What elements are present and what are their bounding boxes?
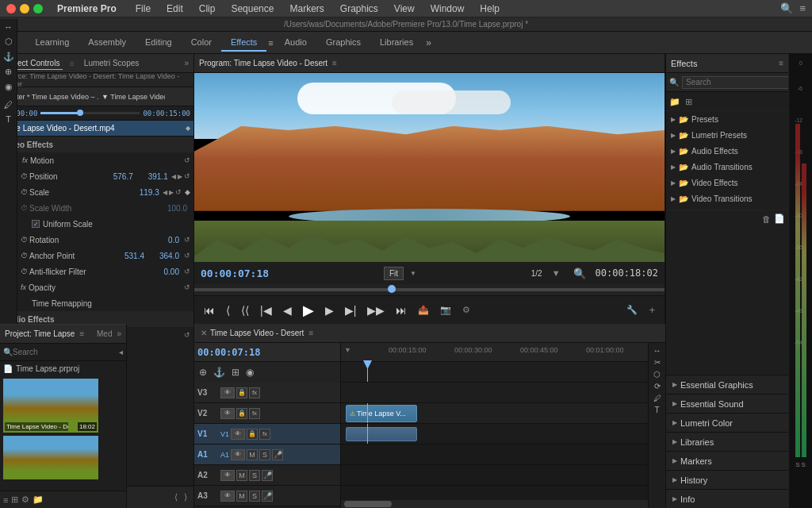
tab-graphics[interactable]: Graphics: [316, 34, 370, 52]
timeline-close-icon[interactable]: ✕: [201, 329, 207, 337]
tl-tool-markers[interactable]: ◉: [5, 82, 13, 92]
tl-tool-snap[interactable]: ⊕: [5, 67, 12, 77]
position-x[interactable]: 576.7: [102, 172, 133, 181]
project-file-item[interactable]: 📄 Time Lapse.prproj: [0, 361, 126, 375]
project-search-options[interactable]: ◂: [119, 348, 123, 356]
tree-lumetri-presets[interactable]: ▶ 📂 Lumetri Presets: [666, 127, 788, 143]
menu-help[interactable]: Help: [477, 2, 503, 16]
scale-stopwatch[interactable]: ⏱: [21, 188, 28, 196]
fit-dropdown-arrow[interactable]: ▼: [410, 270, 416, 277]
panel-menu-arrow[interactable]: »: [184, 59, 189, 67]
tl-tool-selection[interactable]: ↔: [4, 22, 13, 32]
a3-eye[interactable]: 👁: [220, 491, 235, 502]
tool-magnet[interactable]: ⊕: [197, 365, 209, 379]
project-search-input[interactable]: [13, 348, 119, 356]
markers-section[interactable]: ▶ Markers: [666, 451, 788, 470]
menu-graphics[interactable]: Graphics: [337, 2, 381, 16]
tool-text[interactable]: T: [654, 406, 659, 414]
hamburger-icon[interactable]: ≡: [799, 2, 806, 14]
ec-render-left[interactable]: ⟨: [174, 492, 178, 502]
menu-window[interactable]: Window: [427, 2, 468, 16]
monitor-menu-icon[interactable]: ≡: [332, 59, 337, 67]
history-section[interactable]: ▶ History: [666, 470, 788, 489]
v1-fx[interactable]: fx: [259, 429, 270, 440]
antiflicker-reset[interactable]: ↺: [184, 267, 190, 275]
project-menu-icon[interactable]: ≡: [79, 329, 84, 338]
anchor-stopwatch[interactable]: ⏱: [21, 252, 28, 260]
antiflicker-value[interactable]: 0.00: [147, 267, 179, 276]
timeline-menu-icon[interactable]: ≡: [308, 329, 313, 337]
transport-camera[interactable]: 📷: [437, 303, 454, 317]
a1-mute[interactable]: M: [247, 449, 258, 460]
rotation-stopwatch[interactable]: ⏱: [21, 236, 28, 244]
tool-sequence[interactable]: ⊞: [230, 365, 241, 379]
transport-to-end[interactable]: ⏭: [393, 302, 410, 318]
opacity-reset[interactable]: ↺: [184, 283, 190, 291]
tree-video-effects[interactable]: ▶ 📂 Video Effects: [666, 175, 788, 190]
menu-clip[interactable]: Clip: [196, 2, 219, 16]
resolution-fraction[interactable]: 1/2: [531, 269, 542, 278]
ec-render-right[interactable]: ⟩: [184, 492, 187, 502]
motion-group[interactable]: ▼ fx Motion ↺: [0, 152, 193, 168]
zoom-icon[interactable]: 🔍: [573, 267, 586, 279]
motion-reset[interactable]: ↺: [184, 156, 190, 164]
menu-markers[interactable]: Markers: [286, 2, 327, 16]
tree-video-transitions[interactable]: ▶ 📂 Video Transitions: [666, 190, 788, 206]
footer-new-bin[interactable]: 📁: [33, 495, 44, 505]
footer-grid-icon[interactable]: ⊞: [11, 495, 18, 505]
close-button[interactable]: [6, 4, 16, 13]
essential-graphics-section[interactable]: ▶ Essential Graphics: [666, 375, 788, 394]
tab-effects[interactable]: Effects: [221, 34, 266, 52]
opacity-group[interactable]: ▶ fx Opacity ↺: [0, 279, 193, 295]
footer-settings-icon[interactable]: ⚙: [21, 495, 29, 505]
tool-link[interactable]: ⚓: [212, 365, 227, 379]
tool-rate[interactable]: ⟳: [654, 382, 661, 391]
effects-search-input[interactable]: [682, 76, 788, 89]
a2-mic[interactable]: 🎤: [262, 470, 273, 481]
a1-mic[interactable]: 🎤: [272, 449, 283, 460]
rotation-reset[interactable]: ↺: [184, 236, 190, 244]
minimize-button[interactable]: [20, 4, 29, 13]
v3-fx[interactable]: fx: [249, 387, 260, 398]
uniform-scale-checkbox[interactable]: [32, 220, 40, 228]
transport-wrench[interactable]: 🔧: [623, 303, 641, 317]
time-remapping-group[interactable]: ▶ Time Remapping: [0, 295, 193, 311]
menu-view[interactable]: View: [391, 2, 418, 16]
workspace-more[interactable]: »: [426, 37, 431, 48]
tl-tool-link[interactable]: ⚓: [3, 52, 14, 62]
audio-clip[interactable]: [346, 427, 417, 441]
search-icon[interactable]: 🔍: [780, 2, 793, 14]
transport-next-keyframe[interactable]: ▶|: [342, 302, 360, 318]
transport-go-back[interactable]: ⟨⟨: [238, 302, 252, 318]
footer-list-icon[interactable]: ≡: [3, 495, 8, 505]
tool-pen[interactable]: 🖊: [653, 394, 661, 402]
project-thumb-2[interactable]: [3, 436, 98, 479]
tool-razor[interactable]: ✂: [654, 358, 661, 367]
tool-arrow[interactable]: ↔: [653, 346, 661, 355]
menu-file[interactable]: File: [132, 2, 154, 16]
resolution-arrow[interactable]: ▼: [552, 268, 561, 278]
tab-audio[interactable]: Audio: [275, 34, 316, 52]
scrubber-bar[interactable]: [194, 284, 665, 295]
position-reset[interactable]: ↺: [184, 172, 190, 180]
tool-settings[interactable]: ◉: [244, 365, 255, 379]
tree-presets[interactable]: ▶ 📂 Presets: [666, 111, 788, 127]
scale-value[interactable]: 119.3: [128, 188, 159, 197]
scale-nav[interactable]: ◀ ▶: [163, 189, 174, 196]
maximize-button[interactable]: [33, 4, 43, 13]
transport-export[interactable]: 📤: [415, 303, 432, 317]
antiflicker-stopwatch[interactable]: ⏱: [21, 267, 28, 275]
hscroll-thumb[interactable]: [344, 501, 392, 507]
project-thumb-1[interactable]: 18:02 Time Lapse Video - De...: [3, 379, 98, 433]
scrubber-handle[interactable]: [388, 285, 396, 293]
lumetri-color-section[interactable]: ▶ Lumetri Color: [666, 413, 788, 432]
transport-go-fwd[interactable]: ▶▶: [364, 302, 388, 318]
a3-mic[interactable]: 🎤: [262, 491, 273, 502]
position-y[interactable]: 391.1: [136, 172, 168, 181]
rotation-value[interactable]: 0.0: [147, 236, 179, 244]
tree-audio-transitions[interactable]: ▶ 📂 Audio Transitions: [666, 159, 788, 175]
transport-to-start[interactable]: ⏮: [201, 302, 218, 318]
anchor-reset[interactable]: ↺: [184, 252, 190, 260]
tab-color[interactable]: Color: [182, 34, 221, 52]
a3-mute[interactable]: M: [236, 491, 247, 502]
